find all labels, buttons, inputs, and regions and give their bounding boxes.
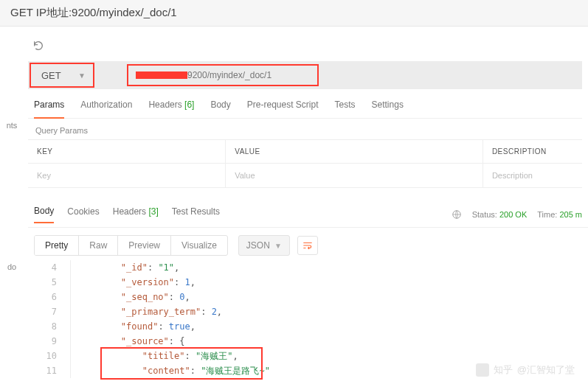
query-params-header: KEY VALUE DESCRIPTION — [28, 140, 582, 164]
chevron-down-icon: ▼ — [274, 242, 282, 250]
query-params-row: Key Value Description — [28, 164, 582, 188]
view-preview[interactable]: Preview — [118, 236, 171, 255]
code-line: "titile": "海贼王", — [78, 349, 270, 363]
view-raw[interactable]: Raw — [79, 236, 118, 255]
format-label: JSON — [246, 240, 270, 251]
tab-tests[interactable]: Tests — [335, 100, 356, 118]
sidecut-nts: nts — [0, 121, 24, 130]
reload-icon[interactable] — [32, 40, 44, 52]
tab-headers[interactable]: Headers [6] — [148, 100, 194, 118]
code-line: "found": true, — [78, 319, 270, 334]
status-label: Status: 200 OK — [472, 210, 528, 219]
col-value: VALUE — [226, 140, 483, 163]
watermark: 知乎 @汇智知了堂 — [476, 363, 575, 377]
tab-params[interactable]: Params — [34, 100, 64, 119]
view-mode-segment: Pretty Raw Preview Visualize — [34, 235, 228, 256]
col-desc: DESCRIPTION — [483, 140, 582, 163]
watermark-prefix: 知乎 — [494, 363, 513, 377]
http-method-select[interactable]: GET ▼ — [30, 63, 94, 88]
request-url-input[interactable]: 9200/myindex/_doc/1 — [127, 64, 319, 86]
body-toolbar: Pretty Raw Preview Visualize JSON ▼ — [28, 228, 588, 260]
tab-settings[interactable]: Settings — [372, 100, 404, 118]
desc-input[interactable]: Description — [483, 164, 582, 187]
request-tabs: Params Authorization Headers [6] Body Pr… — [28, 89, 582, 119]
line-gutter: 4567891011 — [28, 260, 71, 378]
tab-body[interactable]: Body — [210, 100, 230, 118]
resp-tab-headers[interactable]: Headers [3] — [113, 206, 159, 223]
response-body: 4567891011 "_id": "1", "_version": 1, "_… — [28, 260, 588, 378]
code-line: "_id": "1", — [78, 260, 270, 275]
sidecut-do: do — [0, 262, 24, 271]
resp-tab-body[interactable]: Body — [34, 206, 54, 223]
code-line: "content": "海贼王是路飞~" — [78, 363, 270, 378]
request-url-text: 9200/myindex/_doc/1 — [187, 70, 271, 80]
code-line: "_version": 1, — [78, 275, 270, 290]
view-visualize[interactable]: Visualize — [171, 236, 227, 255]
resp-tab-test-results[interactable]: Test Results — [172, 206, 220, 223]
tab-authorization[interactable]: Authorization — [80, 100, 132, 118]
wrap-lines-button[interactable] — [297, 236, 318, 255]
left-gutter: nts do — [0, 27, 24, 378]
request-bar: GET ▼ 9200/myindex/_doc/1 — [28, 61, 582, 89]
code-line: "_source": { — [78, 334, 270, 349]
watermark-handle: @汇智知了堂 — [517, 363, 575, 377]
value-input[interactable]: Value — [226, 164, 483, 187]
command-bar: GET IP地址:9200/myindex/_doc/1 — [0, 0, 588, 27]
view-pretty[interactable]: Pretty — [35, 236, 79, 255]
code-line: "_seq_no": 0, — [78, 290, 270, 304]
resp-tab-cookies[interactable]: Cookies — [67, 206, 99, 223]
tab-prerequest[interactable]: Pre-request Script — [247, 100, 319, 118]
redacted-host — [136, 71, 187, 79]
key-input[interactable]: Key — [28, 164, 226, 187]
code-lines[interactable]: "_id": "1", "_version": 1, "_seq_no": 0,… — [71, 260, 270, 378]
col-key: KEY — [28, 140, 226, 163]
query-params-title: Query Params — [28, 119, 582, 140]
code-line: "_primary_term": 2, — [78, 304, 270, 319]
response-tabs: Body Cookies Headers [3] Test Results St… — [28, 188, 588, 228]
command-text: GET IP地址:9200/myindex/_doc/1 — [10, 6, 177, 18]
http-method-label: GET — [41, 70, 61, 81]
globe-icon[interactable] — [452, 209, 462, 220]
format-select[interactable]: JSON ▼ — [238, 235, 290, 256]
chevron-down-icon: ▼ — [78, 71, 86, 80]
time-label: Time: 205 m — [537, 210, 582, 219]
zhihu-logo-icon — [476, 363, 489, 377]
